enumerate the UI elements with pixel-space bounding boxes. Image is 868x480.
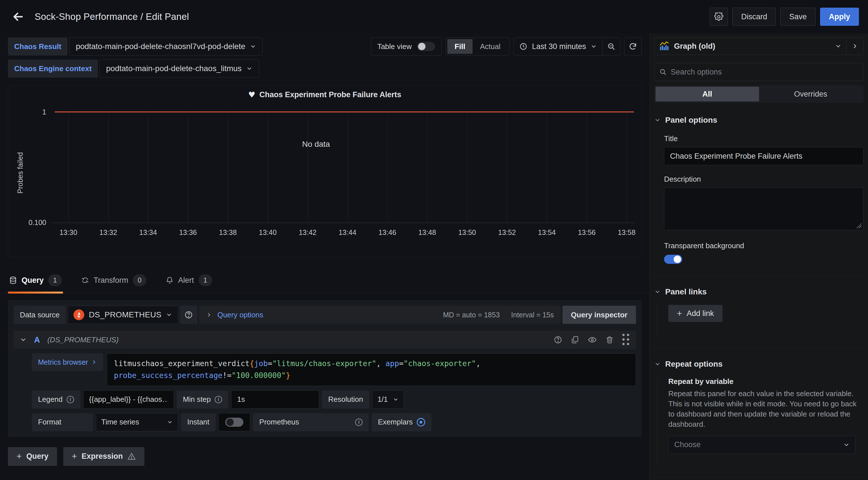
clock-icon <box>519 42 527 50</box>
panel-options-header[interactable]: Panel options <box>654 115 864 125</box>
x-tick: 13:48 <box>418 228 436 237</box>
topbar-actions: Discard Save Apply <box>710 8 859 26</box>
format-label: Format <box>32 413 93 431</box>
format-value: Time series <box>101 418 162 426</box>
max-data-points: MD = auto = 1853 <box>443 311 500 319</box>
back-arrow-icon[interactable] <box>11 10 25 24</box>
duplicate-icon[interactable] <box>571 336 579 344</box>
zoom-out-icon <box>607 42 616 51</box>
x-tick: 13:40 <box>259 228 277 237</box>
add-expression-button[interactable]: + Expression <box>63 447 144 466</box>
datasource-value: DS_PROMETHEUS <box>89 310 161 319</box>
add-link-button[interactable]: + Add link <box>668 305 722 322</box>
query-a-header[interactable]: A (DS_PROMETHEUS) <box>13 331 636 349</box>
repeat-options-header[interactable]: Repeat options <box>654 359 864 369</box>
angle-right-icon <box>851 43 858 49</box>
min-step-input[interactable] <box>231 390 319 409</box>
query-ref-id: A <box>34 335 40 345</box>
tab-transform[interactable]: Transform 0 <box>80 270 148 293</box>
search-icon <box>659 68 666 76</box>
drag-handle-icon[interactable] <box>622 334 630 346</box>
format-select[interactable]: Time series <box>96 413 178 431</box>
collapse-pane-button[interactable] <box>846 38 863 55</box>
time-range-picker[interactable]: Last 30 minutes <box>514 38 602 55</box>
trash-icon[interactable] <box>605 336 614 344</box>
datasource-help-button[interactable] <box>180 306 197 324</box>
query-options-row-1: Legendi Min stepi Resolution 1/1 <box>32 390 636 409</box>
tab-alert-label: Alert <box>178 276 194 285</box>
tab-all[interactable]: All <box>655 87 759 101</box>
variable-value: podtato-main-pod-delete-chaosnl7vd-pod-d… <box>76 42 245 51</box>
datasource-label: Data source <box>13 306 66 324</box>
plot-area[interactable]: 1 0.100 13:30 13:32 13:34 13:36 13:38 13… <box>51 112 634 223</box>
chevron-down-icon <box>654 117 661 123</box>
table-view-toggle[interactable] <box>417 42 435 51</box>
y-tick-1: 1 <box>42 108 46 116</box>
query-options-stats: MD = auto = 1853 Interval = 15s <box>443 311 554 319</box>
promql-editor[interactable]: litmuschaos_experiment_verdict{job="litm… <box>107 353 636 386</box>
variable-value-dropdown[interactable]: podtato-main-pod-delete-chaos_litmus <box>99 60 259 78</box>
discard-button[interactable]: Discard <box>733 8 776 26</box>
graph-viz-icon <box>659 41 669 51</box>
query-card: Data source DS_PROMETHEUS Query options <box>8 300 642 437</box>
no-data-label: No data <box>302 140 330 149</box>
visualization-picker[interactable]: Graph (old) <box>655 38 846 55</box>
metrics-browser-button[interactable]: Metrics browser <box>32 353 103 371</box>
exemplars-control[interactable]: Exemplars <box>372 413 431 431</box>
query-options-toggle[interactable]: Query options <box>217 311 263 319</box>
x-tick: 13:36 <box>179 228 197 237</box>
variable-value-dropdown[interactable]: podtato-main-pod-delete-chaosnl7vd-pod-d… <box>69 37 263 56</box>
repeat-variable-select[interactable]: Choose <box>668 436 856 454</box>
bell-icon <box>166 276 174 284</box>
warning-icon <box>127 452 136 461</box>
panel-header[interactable]: ♥ Chaos Experiment Probe Failure Alerts <box>8 85 641 104</box>
fill-segment[interactable]: Fill <box>447 39 473 54</box>
tab-query[interactable]: Query 1 <box>8 270 63 293</box>
chevron-down-icon <box>166 312 172 318</box>
editor-tabs: Query 1 Transform 0 Alert 1 <box>0 270 650 293</box>
plus-icon: + <box>677 308 682 319</box>
eye-icon[interactable] <box>588 335 597 344</box>
fill-actual-segmented: Fill Actual <box>446 37 510 56</box>
resize-handle[interactable] <box>856 223 862 228</box>
options-search-input[interactable] <box>671 68 859 76</box>
help-icon[interactable] <box>554 336 562 344</box>
chevron-down-icon <box>835 43 842 49</box>
chevron-down-icon <box>250 43 256 49</box>
add-query-button[interactable]: + Query <box>8 447 57 466</box>
query-a-actions <box>554 334 630 346</box>
legend-label: Legendi <box>32 390 80 409</box>
panel-settings-button[interactable] <box>710 8 728 26</box>
section-panel-options: Panel options Title Description Transpar… <box>654 103 864 264</box>
zoom-out-button[interactable] <box>603 38 620 55</box>
refresh-button[interactable] <box>624 37 642 56</box>
x-tick: 13:30 <box>60 228 78 237</box>
query-a-body: Metrics browser litmuschaos_experiment_v… <box>32 353 636 386</box>
panel-links-header[interactable]: Panel links <box>654 287 864 297</box>
tab-overrides[interactable]: Overrides <box>759 87 863 101</box>
chevron-down-icon <box>20 336 27 343</box>
instant-toggle-box <box>218 413 250 431</box>
top-bar: Sock-Shop Performance / Edit Panel Disca… <box>0 0 868 33</box>
chevron-down-icon <box>654 289 661 295</box>
resolution-select[interactable]: 1/1 <box>372 390 404 409</box>
query-editor: Data source DS_PROMETHEUS Query options <box>8 300 642 466</box>
graph-area: Probes failed 1 0.100 13:30 13:32 13:34 … <box>8 106 639 239</box>
tab-alert[interactable]: Alert 1 <box>164 270 213 293</box>
table-view-label: Table view <box>377 42 411 51</box>
database-icon <box>9 276 17 284</box>
legend-input[interactable] <box>83 390 174 409</box>
promql-line-1: litmuschaos_experiment_verdict{job="litm… <box>114 357 629 370</box>
query-inspector-button[interactable]: Query inspector <box>562 306 636 324</box>
apply-button[interactable]: Apply <box>820 8 859 26</box>
variable-label: Chaos Engine context <box>8 60 98 78</box>
panel-title-input[interactable] <box>664 147 864 165</box>
description-textarea[interactable] <box>664 187 864 230</box>
save-button[interactable]: Save <box>780 8 815 26</box>
tab-query-count: 1 <box>48 274 62 286</box>
repeat-by-variable-label: Repeat by variable <box>668 377 864 386</box>
instant-toggle[interactable] <box>225 418 243 427</box>
transparent-bg-toggle[interactable] <box>664 255 682 264</box>
actual-segment[interactable]: Actual <box>472 39 508 54</box>
datasource-picker[interactable]: DS_PROMETHEUS <box>67 306 178 324</box>
